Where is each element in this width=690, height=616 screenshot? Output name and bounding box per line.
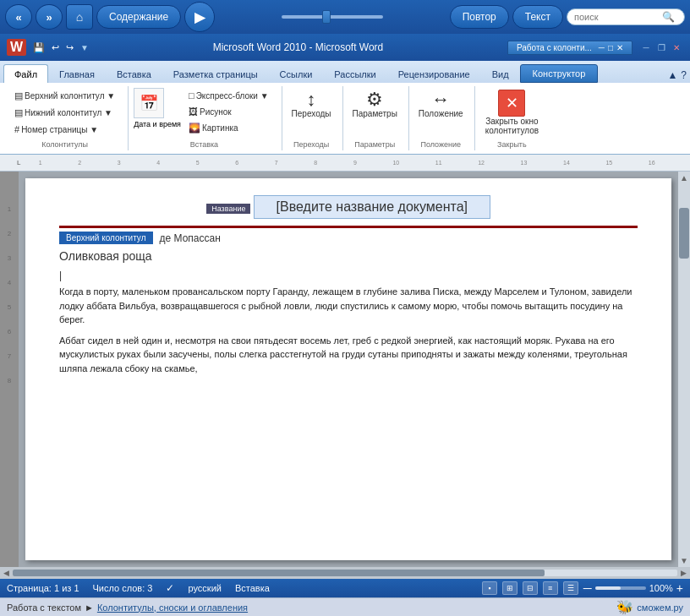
logo-text: сможем.ру	[637, 602, 683, 613]
nizhny-icon: ▤	[14, 107, 23, 118]
work-tab-area: Работа с колонти... ─ □ ✕	[507, 41, 632, 55]
kartinka-button[interactable]: 🌄 Картинка	[183, 120, 275, 136]
express-section: □ Экспресс-блоки ▼ 🖼 Рисунок 🌄 Картинка	[183, 88, 275, 136]
h-scroll-track[interactable]	[13, 570, 677, 576]
nomer-label: Номер страницы ▼	[21, 125, 98, 134]
express-bloki-button[interactable]: □ Экспресс-блоки ▼	[183, 88, 275, 103]
tab-review[interactable]: Рецензирование	[387, 64, 481, 83]
parametry-content: ⚙ Параметры	[348, 88, 402, 137]
verkhny-icon: ▤	[14, 90, 23, 101]
document-page: Название [Введите название документа] Ве…	[25, 178, 671, 560]
scroll-down-icon[interactable]: ▼	[680, 556, 688, 565]
zoom-plus-button[interactable]: +	[676, 581, 683, 595]
ribbon-group-perekhody: ↕ Переходы Переходы	[284, 86, 343, 150]
tab-home[interactable]: Главная	[48, 64, 106, 83]
zakryt-button[interactable]: ✕ Закрыть окноколонтитулов	[480, 88, 544, 137]
doc-para-1: Когда в порту, маленьком провансальском …	[59, 285, 638, 327]
ruler-marks: L 12345 678910 111213141516	[17, 155, 673, 171]
nomer-icon: #	[14, 124, 19, 134]
scroll-left-icon[interactable]: ◀	[3, 569, 9, 577]
horizontal-scrollbar[interactable]: ◀ ▶	[0, 567, 690, 579]
data-vremya-label: Дата и время	[134, 120, 181, 128]
view-draft[interactable]: ☰	[563, 581, 578, 595]
scroll-up-icon[interactable]: ▲	[680, 173, 688, 183]
play-button[interactable]: ▶	[184, 2, 215, 32]
help-up-icon[interactable]: ▲	[667, 69, 677, 81]
insert-mode[interactable]: Вставка	[235, 583, 270, 593]
nomer-stranicy-button[interactable]: # Номер страницы ▼	[8, 122, 121, 137]
spell-check-icon[interactable]: ✓	[166, 582, 174, 594]
work-text: Работа с текстом	[7, 602, 81, 613]
help-icon[interactable]: ?	[681, 69, 687, 81]
polozhenie-button[interactable]: ↔ Положение	[414, 88, 468, 121]
scroll-right-icon[interactable]: ▶	[681, 569, 687, 577]
word-minimize-button[interactable]: ─	[639, 41, 653, 53]
forward-button[interactable]: »	[36, 4, 63, 30]
ruler[interactable]: L 12345 678910 111213141516	[0, 155, 690, 172]
tab-mailings[interactable]: Рассылки	[323, 64, 386, 83]
scroll-thumb[interactable]	[679, 208, 689, 259]
parametry-button[interactable]: ⚙ Параметры	[348, 88, 402, 121]
slider-container	[218, 15, 446, 19]
tab-page-layout[interactable]: Разметка страницы	[162, 64, 269, 83]
zakryt-label: Закрыть окноколонтитулов	[485, 117, 539, 135]
data-vremya-button[interactable]: 📅	[134, 88, 164, 118]
view-web[interactable]: ⊟	[523, 581, 538, 595]
ribbon-group-zakryt: ✕ Закрыть окноколонтитулов Закрыть	[477, 86, 550, 150]
header-author: де Мопассан	[160, 232, 221, 244]
bee-icon: 🐝	[616, 599, 633, 615]
undo-icon[interactable]: ↩	[52, 42, 59, 53]
cursor-line: |	[59, 270, 638, 281]
doc-title-input[interactable]: [Введите название документа]	[254, 195, 490, 219]
page-info: Страница: 1 из 1	[7, 583, 79, 593]
tab-references[interactable]: Ссылки	[269, 64, 324, 83]
close-window-icon: ✕	[498, 90, 525, 117]
redo-icon[interactable]: ↪	[66, 42, 74, 53]
view-outline[interactable]: ≡	[543, 581, 558, 595]
home-button[interactable]: ⌂	[66, 4, 93, 30]
verkhny-kolontitul-button[interactable]: ▤ Верхний колонтитул ▼	[8, 88, 121, 104]
repeat-button[interactable]: Повтор	[450, 5, 509, 29]
word-icon: W	[7, 39, 26, 56]
ribbon-content: ▤ Верхний колонтитул ▼ ▤ Нижний колонтит…	[0, 83, 690, 155]
view-print-layout[interactable]: ▪	[482, 581, 497, 595]
word-title-bar: W 💾 ↩ ↪ ▼ Microsoft Word 2010 - Microsof…	[0, 34, 690, 61]
word-restore-button[interactable]: ❐	[654, 41, 668, 53]
content-button[interactable]: Содержание	[96, 5, 181, 29]
top-toolbar: « » ⌂ Содержание ▶ Повтор Текст 🔍	[0, 0, 690, 34]
save-icon[interactable]: 💾	[33, 42, 45, 53]
zoom-track[interactable]	[595, 586, 646, 590]
language: русский	[188, 583, 221, 593]
slider-thumb[interactable]	[322, 10, 331, 24]
work-tab-restore[interactable]: □	[608, 43, 613, 52]
data-icon: 📅	[140, 94, 158, 112]
slider-track[interactable]	[282, 15, 383, 19]
word-title-text: Microsoft Word 2010 - Microsoft Word	[96, 41, 501, 53]
kolontituly-link[interactable]: Колонтитулы, сноски и оглавления	[97, 602, 248, 613]
vertical-scrollbar[interactable]: ▲ ▼	[678, 172, 690, 567]
view-full-screen[interactable]: ⊞	[502, 581, 518, 595]
polozhenie-icon: ↔	[431, 90, 450, 109]
qa-dropdown[interactable]: ▼	[80, 43, 89, 52]
nizhny-kolontitul-button[interactable]: ▤ Нижний колонтитул ▼	[8, 105, 121, 121]
data-vremya-section: 📅 Дата и время	[134, 88, 181, 128]
tab-insert[interactable]: Вставка	[106, 64, 162, 83]
back-button[interactable]: «	[5, 4, 32, 30]
tab-file[interactable]: Файл	[3, 64, 48, 83]
zakryt-content: ✕ Закрыть окноколонтитулов	[480, 88, 544, 137]
h-scroll-thumb[interactable]	[13, 570, 545, 576]
work-tab-minimize[interactable]: ─	[599, 43, 605, 52]
tab-view[interactable]: Вид	[481, 64, 520, 83]
zoom-minus-button[interactable]: ─	[583, 581, 592, 595]
text-button[interactable]: Текст	[512, 5, 563, 29]
parametry-icon: ⚙	[366, 90, 383, 109]
risunok-button[interactable]: 🖼 Рисунок	[183, 104, 275, 119]
work-tab-close[interactable]: ✕	[616, 43, 623, 52]
work-tab[interactable]: Работа с колонти... ─ □ ✕	[507, 41, 632, 55]
search-input[interactable]	[574, 12, 659, 22]
tab-konstruktor[interactable]: Конструктор	[520, 64, 599, 83]
perekhody-button[interactable]: ↕ Переходы	[288, 88, 336, 121]
word-close-button[interactable]: ✕	[670, 41, 683, 53]
risunok-label: Рисунок	[200, 107, 232, 117]
doc-subtitle: Оливковая роща	[59, 249, 638, 263]
